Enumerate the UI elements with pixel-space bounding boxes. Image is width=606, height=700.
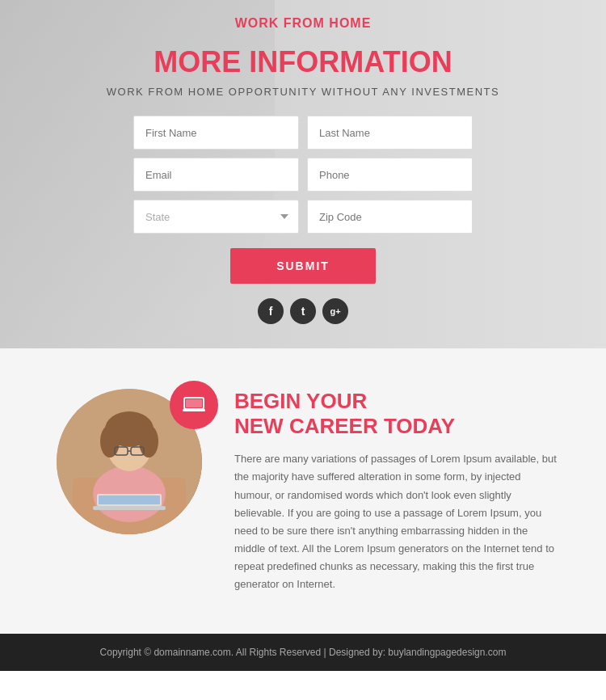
form-row-1 <box>133 116 473 150</box>
form-row-3: State Alabama Alaska Arizona California … <box>133 200 473 234</box>
hero-heading-highlight: INFORMATION <box>249 45 452 78</box>
laptop-icon-badge <box>170 381 218 429</box>
laptop-svg-icon <box>181 392 207 418</box>
svg-point-6 <box>139 425 158 458</box>
svg-rect-14 <box>186 399 202 407</box>
form-row-2 <box>133 158 473 192</box>
svg-rect-16 <box>191 409 197 411</box>
hero-content: WORK FROM HOME MORE INFORMATION WORK FRO… <box>0 16 606 324</box>
submit-button[interactable]: SUBMIT <box>230 248 376 284</box>
phone-input[interactable] <box>307 158 473 192</box>
career-heading-line2: NEW CAREER TODAY <box>234 414 558 439</box>
hero-heading-prefix: MORE <box>154 45 249 78</box>
hero-subheading: WORK FROM HOME OPPORTUNITY WITHOUT ANY I… <box>107 86 499 98</box>
last-name-input[interactable] <box>307 116 473 150</box>
state-select[interactable]: State Alabama Alaska Arizona California … <box>133 200 299 234</box>
google-plus-icon[interactable]: g+ <box>322 298 348 324</box>
career-body-text: There are many variations of passages of… <box>234 450 558 593</box>
footer-text: Copyright © domainname.com. All Rights R… <box>100 647 507 658</box>
lead-form: State Alabama Alaska Arizona California … <box>133 116 473 284</box>
twitter-icon[interactable]: t <box>290 298 316 324</box>
career-heading: BEGIN YOUR NEW CAREER TODAY <box>234 389 558 439</box>
email-input[interactable] <box>133 158 299 192</box>
career-heading-line1: BEGIN YOUR <box>234 389 558 414</box>
site-title-prefix: WORK FROM <box>235 16 330 30</box>
career-text-col: BEGIN YOUR NEW CAREER TODAY There are ma… <box>234 389 558 593</box>
career-section: BEGIN YOUR NEW CAREER TODAY There are ma… <box>0 348 606 634</box>
site-title-highlight: HOME <box>329 16 371 30</box>
site-title: WORK FROM HOME <box>235 16 372 31</box>
career-image-col <box>48 389 210 534</box>
zip-code-input[interactable] <box>307 200 473 234</box>
hero-section: WORK FROM HOME MORE INFORMATION WORK FRO… <box>0 0 606 348</box>
svg-point-5 <box>100 425 120 458</box>
svg-rect-12 <box>99 495 160 504</box>
first-name-input[interactable] <box>133 116 299 150</box>
facebook-icon[interactable]: f <box>258 298 284 324</box>
hero-heading: MORE INFORMATION <box>154 45 452 79</box>
svg-rect-10 <box>93 506 166 510</box>
footer: Copyright © domainname.com. All Rights R… <box>0 634 606 671</box>
social-icons: f t g+ <box>258 298 348 324</box>
